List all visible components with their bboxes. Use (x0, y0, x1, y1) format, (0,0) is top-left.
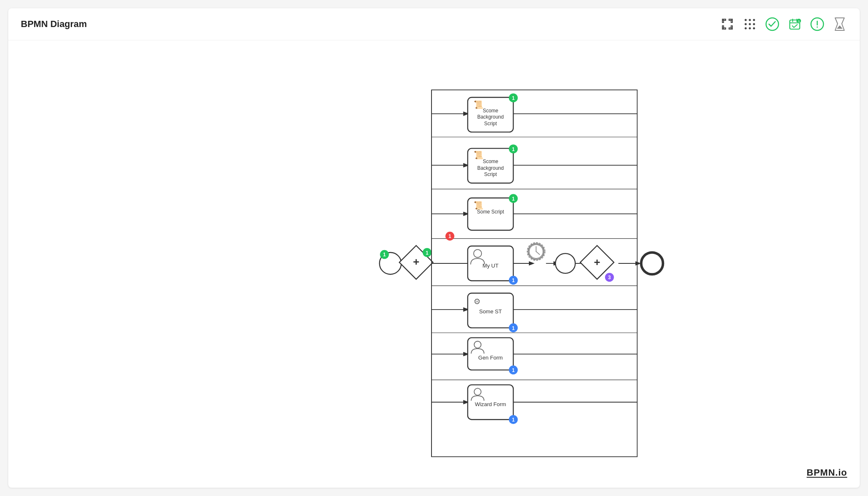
toolbar-icons: 1 (720, 17, 847, 32)
svg-text:Gen Form: Gen Form (478, 355, 503, 361)
svg-point-8 (745, 19, 747, 21)
svg-text:1: 1 (798, 20, 800, 23)
svg-text:1: 1 (383, 252, 386, 258)
svg-text:Some ST: Some ST (479, 308, 502, 315)
svg-text:1: 1 (512, 325, 515, 331)
svg-point-111 (556, 253, 575, 273)
svg-text:1: 1 (449, 233, 451, 239)
focus-icon[interactable] (720, 17, 735, 32)
calendar-check-icon[interactable]: 1 (787, 17, 802, 32)
svg-point-15 (749, 27, 751, 30)
svg-point-11 (745, 23, 747, 25)
alert-circle-icon[interactable] (810, 17, 825, 32)
svg-text:📜: 📜 (474, 100, 484, 109)
grid-icon[interactable] (742, 17, 757, 32)
svg-marker-30 (837, 25, 843, 29)
svg-point-9 (749, 19, 751, 21)
svg-text:📜: 📜 (474, 150, 484, 160)
page-title: BPMN Diagram (21, 19, 87, 30)
check-circle-icon[interactable] (765, 17, 780, 32)
bpmn-svg: 1 + 1 📜 Scome Background Script 1 📜 Scom… (8, 40, 860, 486)
svg-text:1: 1 (512, 417, 515, 423)
diagram-area: 1 + 1 📜 Scome Background Script 1 📜 Scom… (8, 40, 860, 486)
svg-rect-31 (432, 90, 637, 456)
svg-text:1: 1 (512, 146, 515, 152)
svg-text:Script: Script (484, 121, 497, 126)
svg-text:1: 1 (512, 196, 515, 202)
svg-point-14 (745, 27, 747, 30)
svg-point-12 (749, 23, 751, 25)
svg-text:⚙: ⚙ (474, 297, 481, 306)
svg-text:Scome: Scome (483, 159, 498, 164)
header: BPMN Diagram (8, 8, 860, 40)
svg-point-116 (641, 253, 663, 274)
svg-text:1: 1 (512, 278, 515, 283)
svg-text:+: + (594, 256, 600, 268)
svg-point-13 (753, 23, 755, 25)
svg-text:1: 1 (512, 367, 515, 373)
main-container: BPMN Diagram (8, 8, 860, 488)
hourglass-icon[interactable] (832, 17, 847, 32)
svg-text:Scome: Scome (483, 108, 498, 114)
svg-text:Wizard Form: Wizard Form (475, 401, 506, 407)
svg-text:My UT: My UT (483, 263, 499, 269)
svg-text:Some Script: Some Script (477, 209, 504, 215)
svg-text:+: + (413, 255, 419, 268)
svg-text:3: 3 (608, 275, 611, 280)
bpmn-io-logo: BPMN.io (807, 467, 847, 478)
svg-point-26 (817, 27, 818, 28)
svg-point-10 (753, 19, 755, 21)
svg-text:1: 1 (512, 95, 515, 101)
svg-text:Script: Script (484, 171, 497, 177)
svg-point-16 (753, 27, 755, 30)
svg-text:Background: Background (477, 114, 504, 120)
svg-text:1: 1 (426, 250, 429, 256)
svg-text:Background: Background (477, 165, 504, 171)
